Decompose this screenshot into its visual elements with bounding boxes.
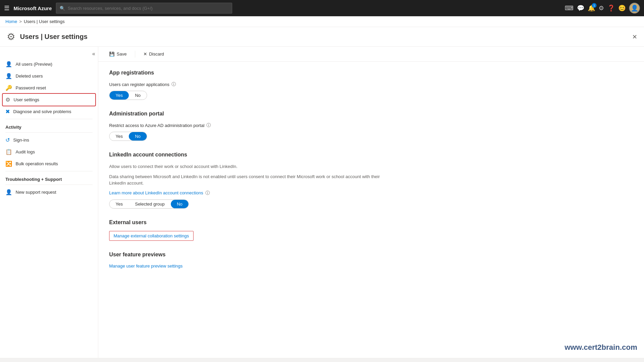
feedback-icon[interactable]: 💬	[577, 4, 584, 12]
discard-label: Discard	[149, 51, 164, 57]
notification-badge: 1	[592, 3, 597, 8]
linkedin-title: LinkedIn account connections	[109, 152, 393, 158]
breadcrumb-current: Users | User settings	[24, 19, 64, 24]
administration-portal-no[interactable]: No	[129, 132, 147, 141]
sidebar-collapse-button[interactable]: «	[92, 51, 95, 57]
new-support-icon: 👤	[5, 189, 12, 195]
notification-icon[interactable]: 🔔 1	[588, 4, 595, 12]
sidebar-divider-4	[5, 185, 93, 185]
user-settings-icon: ⚙	[5, 97, 10, 103]
password-reset-icon: 🔑	[5, 85, 12, 91]
sidebar-item-bulk-operation[interactable]: 🔀 Bulk operation results	[0, 158, 98, 170]
hamburger-menu[interactable]: ☰	[4, 4, 9, 12]
administration-portal-label: Restrict access to Azure AD administrati…	[109, 122, 393, 128]
app-registrations-yes[interactable]: Yes	[109, 91, 129, 100]
user-feature-previews-section: User feature previews Manage user featur…	[109, 252, 393, 269]
settings-icon[interactable]: ⚙	[599, 4, 604, 12]
manage-external-collaboration-link[interactable]: Manage external collaboration settings	[109, 231, 194, 241]
app-registrations-title: App registrations	[109, 70, 393, 76]
external-users-title: External users	[109, 219, 393, 226]
sidebar-item-user-settings[interactable]: ⚙ User settings	[3, 94, 95, 106]
app-registrations-no[interactable]: No	[129, 91, 147, 100]
diagnose-icon: ✖	[5, 108, 10, 115]
administration-portal-info-icon[interactable]: ⓘ	[206, 122, 211, 128]
sidebar-item-audit-logs[interactable]: 📋 Audit logs	[0, 146, 98, 158]
toolbar-separator	[135, 51, 135, 58]
app-logo: Microsoft Azure	[14, 5, 52, 11]
sidebar-item-label: New support request	[16, 190, 56, 195]
sidebar-divider-3	[5, 171, 93, 171]
linkedin-section: LinkedIn account connections Allow users…	[109, 152, 393, 209]
sidebar-item-all-users[interactable]: 👤 All users (Preview)	[0, 58, 98, 70]
linkedin-no[interactable]: No	[171, 200, 189, 208]
main-layout: « 👤 All users (Preview) 👤 Deleted users …	[0, 47, 644, 361]
administration-portal-toggle: Yes No	[109, 132, 147, 141]
page-title: Users | User settings	[20, 33, 87, 41]
manage-user-feature-preview-link[interactable]: Manage user feature preview settings	[109, 263, 183, 269]
administration-portal-section: Administration portal Restrict access to…	[109, 111, 393, 141]
sidebar-item-label: Audit logs	[16, 149, 35, 154]
page-header: ⚙ Users | User settings ✕	[0, 27, 644, 47]
bulk-operation-icon: 🔀	[5, 161, 12, 167]
user-avatar[interactable]: 👤	[629, 3, 640, 14]
sidebar-item-label: All users (Preview)	[16, 62, 52, 67]
administration-portal-title: Administration portal	[109, 111, 393, 117]
content-inner: App registrations Users can register app…	[98, 62, 403, 288]
help-icon[interactable]: ❓	[607, 4, 615, 12]
app-registrations-toggle: Yes No	[109, 91, 147, 100]
topbar: ☰ Microsoft Azure 🔍 ⌨ 💬 🔔 1 ⚙ ❓ 😊 👤	[0, 0, 644, 16]
linkedin-learn-more-link[interactable]: Learn more about LinkedIn account connec…	[109, 190, 203, 195]
activity-section-label: Activity	[0, 121, 98, 131]
sidebar-item-label: Bulk operation results	[16, 161, 58, 166]
app-registrations-info-icon[interactable]: ⓘ	[172, 81, 176, 87]
sidebar-item-label: Password reset	[16, 85, 46, 90]
page-header-icon: ⚙	[7, 31, 15, 42]
deleted-users-icon: 👤	[5, 73, 12, 79]
search-box[interactable]: 🔍	[56, 3, 232, 14]
sidebar-item-label: User settings	[14, 97, 39, 102]
topbar-icons: ⌨ 💬 🔔 1 ⚙ ❓ 😊 👤	[565, 3, 640, 14]
smiley-icon[interactable]: 😊	[618, 4, 626, 12]
linkedin-selected-group[interactable]: Selected group	[129, 200, 170, 208]
troubleshooting-section-label: Troubleshooting + Support	[0, 173, 98, 183]
sidebar-item-diagnose[interactable]: ✖ Diagnose and solve problems	[0, 106, 98, 118]
app-registrations-label: Users can register applications ⓘ	[109, 81, 393, 87]
content-area: 💾 Save ✕ Discard App registrations Users…	[98, 47, 644, 361]
save-label: Save	[117, 51, 127, 57]
audit-logs-icon: 📋	[5, 149, 12, 155]
sidebar-item-label: Sign-ins	[13, 137, 29, 143]
linkedin-desc-line1: Allow users to connect their work or sch…	[109, 163, 393, 170]
content-toolbar: 💾 Save ✕ Discard	[98, 47, 644, 62]
sidebar-divider-1	[5, 119, 93, 119]
sidebar-item-deleted-users[interactable]: 👤 Deleted users	[0, 70, 98, 82]
search-icon: 🔍	[60, 6, 65, 11]
save-icon: 💾	[109, 51, 115, 57]
sidebar: « 👤 All users (Preview) 👤 Deleted users …	[0, 47, 98, 361]
all-users-icon: 👤	[5, 61, 12, 67]
user-feature-previews-title: User feature previews	[109, 252, 393, 258]
cloud-shell-icon[interactable]: ⌨	[565, 4, 573, 12]
linkedin-toggle: Yes Selected group No	[109, 199, 189, 209]
close-button[interactable]: ✕	[632, 33, 637, 41]
bottom-scrollbar[interactable]	[0, 358, 644, 361]
external-users-section: External users Manage external collabora…	[109, 219, 393, 241]
sidebar-item-label: Deleted users	[16, 73, 43, 79]
search-input[interactable]	[68, 6, 228, 11]
linkedin-yes[interactable]: Yes	[109, 200, 129, 208]
sidebar-item-label: Diagnose and solve problems	[13, 109, 71, 114]
linkedin-info-icon[interactable]: ⓘ	[205, 190, 210, 196]
breadcrumb: Home > Users | User settings	[0, 16, 644, 27]
breadcrumb-home[interactable]: Home	[5, 19, 17, 24]
discard-button[interactable]: ✕ Discard	[141, 50, 167, 58]
sign-ins-icon: ↺	[5, 137, 10, 143]
app-registrations-section: App registrations Users can register app…	[109, 70, 393, 100]
sidebar-item-new-support[interactable]: 👤 New support request	[0, 186, 98, 198]
discard-icon: ✕	[143, 51, 147, 57]
sidebar-divider-2	[5, 132, 93, 133]
administration-portal-yes[interactable]: Yes	[109, 132, 129, 141]
sidebar-item-password-reset[interactable]: 🔑 Password reset	[0, 82, 98, 94]
sidebar-collapse-area: «	[0, 49, 98, 58]
linkedin-desc-line2: Data sharing between Microsoft and Linke…	[109, 173, 393, 187]
save-button[interactable]: 💾 Save	[106, 50, 129, 58]
sidebar-item-sign-ins[interactable]: ↺ Sign-ins	[0, 134, 98, 146]
